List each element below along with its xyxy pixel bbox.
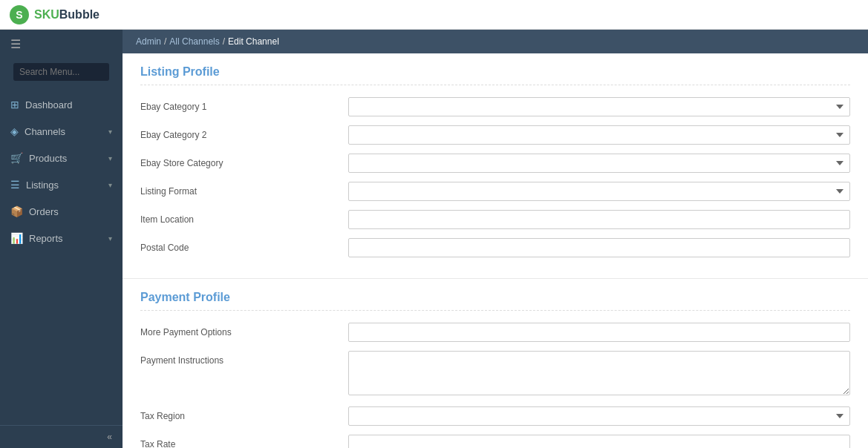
products-icon: 🛒	[10, 152, 23, 164]
listing-format-row: Listing Format	[140, 182, 850, 201]
search-input[interactable]	[13, 63, 109, 81]
item-location-input[interactable]	[348, 210, 850, 229]
listing-format-select[interactable]	[348, 182, 850, 201]
ebay-cat1-label: Ebay Category 1	[140, 97, 348, 112]
postal-code-label: Postal Code	[140, 238, 348, 253]
sidebar-item-products[interactable]: 🛒 Products ▾	[0, 145, 123, 171]
item-location-label: Item Location	[140, 210, 348, 225]
postal-code-input[interactable]	[348, 238, 850, 257]
listing-format-label: Listing Format	[140, 182, 348, 197]
tax-region-select[interactable]	[348, 406, 850, 426]
more-payment-options-row: More Payment Options	[140, 323, 850, 342]
logo-icon: S	[9, 4, 30, 25]
sidebar-item-label: Dashboard	[25, 99, 73, 111]
logo: S SKUBubble	[9, 4, 99, 25]
sidebar-search-container	[6, 59, 117, 85]
ebay-store-cat-control	[348, 154, 850, 173]
breadcrumb-sep2: /	[223, 36, 225, 47]
listings-icon: ☰	[10, 179, 20, 191]
more-payment-options-label: More Payment Options	[140, 323, 348, 337]
hamburger-button[interactable]: ☰	[0, 30, 123, 59]
ebay-cat2-label: Ebay Category 2	[140, 125, 348, 140]
sidebar-collapse-button[interactable]: «	[0, 425, 123, 448]
tax-region-row: Tax Region	[140, 406, 850, 426]
more-payment-options-control	[348, 323, 850, 342]
ebay-cat1-control	[348, 97, 850, 116]
chevron-down-icon: ▾	[108, 154, 112, 162]
postal-code-control	[348, 238, 850, 257]
listing-format-control	[348, 182, 850, 201]
payment-profile-title: Payment Profile	[140, 291, 850, 311]
payment-instructions-row: Payment Instructions	[140, 351, 850, 398]
breadcrumb: Admin / All Channels / Edit Channel	[123, 30, 868, 53]
payment-instructions-textarea[interactable]	[348, 351, 850, 395]
more-payment-options-input[interactable]	[348, 323, 850, 342]
ebay-cat2-control	[348, 125, 850, 145]
item-location-control	[348, 210, 850, 229]
breadcrumb-admin[interactable]: Admin	[136, 36, 161, 47]
tax-rate-control	[348, 435, 850, 448]
reports-icon: 📊	[10, 232, 23, 244]
breadcrumb-current: Edit Channel	[228, 36, 279, 47]
sidebar-item-reports[interactable]: 📊 Reports ▾	[0, 225, 123, 251]
orders-icon: 📦	[10, 205, 23, 217]
tax-rate-input[interactable]	[348, 435, 850, 448]
content-area: Listing Profile Ebay Category 1 Ebay Cat…	[123, 53, 868, 448]
ebay-cat1-select[interactable]	[348, 97, 850, 116]
sidebar-item-dashboard[interactable]: ⊞ Dashboard	[0, 91, 123, 118]
tax-region-label: Tax Region	[140, 406, 348, 421]
logo-text: SKUBubble	[34, 8, 99, 22]
sidebar-item-label: Listings	[26, 179, 59, 191]
dashboard-icon: ⊞	[10, 99, 19, 111]
breadcrumb-all-channels[interactable]: All Channels	[169, 36, 219, 47]
sidebar-item-label: Orders	[29, 206, 59, 217]
ebay-store-cat-select[interactable]	[348, 154, 850, 173]
sidebar-item-listings[interactable]: ☰ Listings ▾	[0, 171, 123, 198]
tax-rate-label: Tax Rate	[140, 435, 348, 448]
postal-code-row: Postal Code	[140, 238, 850, 257]
chevron-down-icon: ▾	[108, 128, 112, 136]
sidebar: ☰ ⊞ Dashboard ◈ Channels ▾ 🛒 Products ▾ …	[0, 30, 123, 448]
breadcrumb-sep1: /	[164, 36, 166, 47]
main-content: Admin / All Channels / Edit Channel List…	[123, 30, 868, 448]
top-bar: S SKUBubble	[0, 0, 868, 30]
sidebar-item-orders[interactable]: 📦 Orders	[0, 198, 123, 225]
sidebar-item-label: Products	[29, 153, 67, 164]
sidebar-item-label: Channels	[25, 126, 65, 137]
ebay-cat2-row: Ebay Category 2	[140, 125, 850, 145]
ebay-store-cat-label: Ebay Store Category	[140, 154, 348, 168]
chevron-down-icon: ▾	[108, 181, 112, 189]
tax-rate-row: Tax Rate	[140, 435, 850, 448]
sidebar-item-label: Reports	[29, 233, 63, 244]
payment-profile-section: Payment Profile More Payment Options Pay…	[123, 279, 868, 448]
ebay-store-cat-row: Ebay Store Category	[140, 154, 850, 173]
chevron-down-icon: ▾	[108, 234, 112, 243]
payment-instructions-control	[348, 351, 850, 398]
listing-profile-title: Listing Profile	[140, 65, 850, 85]
listing-profile-section: Listing Profile Ebay Category 1 Ebay Cat…	[123, 53, 868, 279]
ebay-cat1-row: Ebay Category 1	[140, 97, 850, 116]
tax-region-control	[348, 406, 850, 426]
channels-icon: ◈	[10, 125, 19, 137]
item-location-row: Item Location	[140, 210, 850, 229]
sidebar-item-channels[interactable]: ◈ Channels ▾	[0, 118, 123, 145]
ebay-cat2-select[interactable]	[348, 125, 850, 145]
payment-instructions-label: Payment Instructions	[140, 351, 348, 366]
svg-text:S: S	[16, 9, 22, 21]
